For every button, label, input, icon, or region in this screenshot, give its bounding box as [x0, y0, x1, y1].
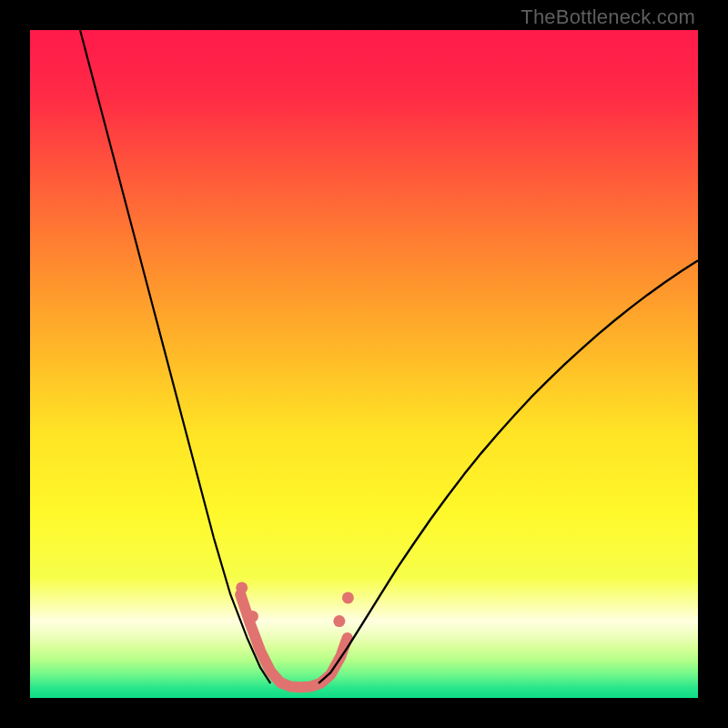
curve-layer: [30, 30, 698, 698]
overlay-point-1: [247, 611, 258, 622]
series-right-curve: [318, 260, 698, 683]
overlay-point-0: [236, 581, 248, 593]
overlay-point-2: [333, 615, 345, 627]
chart-frame: TheBottleneck.com: [0, 0, 728, 728]
plot-area: [30, 30, 698, 698]
overlay-point-3: [342, 592, 354, 603]
watermark-text: TheBottleneck.com: [521, 5, 695, 29]
